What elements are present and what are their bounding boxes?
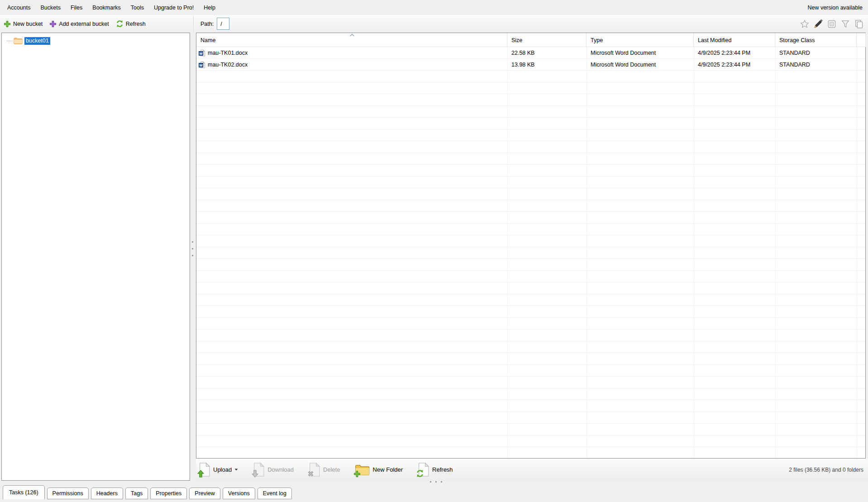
refresh-icon xyxy=(116,20,124,28)
vertical-splitter-grip[interactable] xyxy=(192,241,193,243)
tab-properties[interactable]: Properties xyxy=(150,488,187,499)
path-label: Path: xyxy=(200,21,214,27)
add-external-bucket-button[interactable]: Add external bucket xyxy=(49,20,109,28)
svg-text:W: W xyxy=(199,63,203,67)
bucket-toolbar: New bucket Add external bucket Refresh xyxy=(0,15,868,33)
svg-text:W: W xyxy=(199,52,203,56)
table-row[interactable]: W mau-TK01.docx22.58 KBMicrosoft Word Do… xyxy=(196,47,865,59)
menu-item-help[interactable]: Help xyxy=(199,2,220,13)
file-name-text: mau-TK02.docx xyxy=(208,59,248,71)
green-plus-icon xyxy=(4,20,11,28)
upload-dropdown-caret[interactable] xyxy=(234,469,238,471)
delete-icon xyxy=(308,463,320,477)
new-folder-icon xyxy=(355,463,370,477)
menu-item-buckets[interactable]: Buckets xyxy=(35,2,65,13)
cell-storage_class: STANDARD xyxy=(775,47,857,59)
column-grid-line xyxy=(857,47,857,458)
menu-item-bookmarks[interactable]: Bookmarks xyxy=(87,2,126,13)
tab-versions[interactable]: Versions xyxy=(223,488,255,499)
tab-permissions[interactable]: Permissions xyxy=(47,488,89,499)
buckets-tree-panel: bucket01 xyxy=(1,33,190,481)
menu-item-files[interactable]: Files xyxy=(66,2,87,13)
download-button[interactable]: Download xyxy=(253,463,294,477)
s3-browser-window: AccountsBucketsFilesBookmarksToolsUpgrad… xyxy=(0,0,868,502)
file-actions-toolbar: Upload Download Delete New Folder xyxy=(196,459,868,481)
selection-summary: 2 files (36.56 KB) and 0 folders xyxy=(789,459,863,481)
delete-button[interactable]: Delete xyxy=(308,463,340,477)
edit-pencil-icon[interactable] xyxy=(814,19,823,29)
file-list-panel: NameSizeTypeLast ModifiedStorage Class W… xyxy=(196,33,866,459)
menu-item-upgrade-to-pro[interactable]: Upgrade to Pro! xyxy=(149,2,199,13)
path-input[interactable] xyxy=(217,18,229,30)
word-document-icon: W xyxy=(199,49,206,57)
copy-pages-icon[interactable] xyxy=(854,19,863,29)
menu-item-tools[interactable]: Tools xyxy=(126,2,149,13)
file-list-body: W mau-TK01.docx22.58 KBMicrosoft Word Do… xyxy=(196,47,865,458)
purple-plus-icon xyxy=(49,20,57,28)
favorites-star-icon[interactable] xyxy=(800,19,809,29)
tab-tasks-126[interactable]: Tasks (126) xyxy=(3,485,45,499)
tab-tags[interactable]: Tags xyxy=(125,488,148,499)
refresh-files-button[interactable]: Refresh xyxy=(417,463,453,477)
new-folder-button[interactable]: New Folder xyxy=(355,463,403,477)
upload-icon xyxy=(198,463,210,477)
select-rectangle-icon[interactable] xyxy=(827,19,836,29)
column-header-storage_class[interactable]: Storage Class xyxy=(775,33,857,47)
toolbar-separator xyxy=(193,16,194,32)
file-name-text: mau-TK01.docx xyxy=(208,47,248,59)
horizontal-splitter-grip[interactable] xyxy=(430,481,431,483)
table-row[interactable]: W mau-TK02.docx13.98 KBMicrosoft Word Do… xyxy=(196,59,865,71)
bottom-tab-strip: Tasks (126)PermissionsHeadersTagsPropert… xyxy=(0,485,868,502)
menu-items: AccountsBucketsFilesBookmarksToolsUpgrad… xyxy=(2,5,220,11)
filter-funnel-icon[interactable] xyxy=(841,19,850,29)
upload-button[interactable]: Upload xyxy=(198,463,238,477)
refresh-files-icon xyxy=(417,463,429,477)
column-grid-line xyxy=(507,47,508,458)
cell-last_modified: 4/9/2025 2:23:44 PM xyxy=(694,59,775,71)
column-header-last_modified[interactable]: Last Modified xyxy=(694,33,775,47)
cell-size: 22.58 KB xyxy=(507,47,587,59)
tab-headers[interactable]: Headers xyxy=(91,488,123,499)
tab-preview[interactable]: Preview xyxy=(189,488,220,499)
menu-bar: AccountsBucketsFilesBookmarksToolsUpgrad… xyxy=(0,0,868,15)
bucket-folder-icon xyxy=(14,37,23,44)
download-icon xyxy=(253,463,265,477)
file-list-header: NameSizeTypeLast ModifiedStorage Class xyxy=(196,33,865,47)
refresh-buckets-button[interactable]: Refresh xyxy=(116,20,146,28)
new-version-available[interactable]: New version available xyxy=(807,0,863,15)
bucket-name-selected[interactable]: bucket01 xyxy=(24,37,50,45)
cell-last_modified: 4/9/2025 2:23:44 PM xyxy=(694,47,775,59)
new-bucket-button[interactable]: New bucket xyxy=(4,20,43,28)
cell-size: 13.98 KB xyxy=(507,59,587,71)
column-grid-line xyxy=(694,47,694,458)
word-document-icon: W xyxy=(199,61,206,68)
column-header-size[interactable]: Size xyxy=(507,33,587,47)
cell-name: W mau-TK01.docx xyxy=(196,47,507,59)
menu-item-accounts[interactable]: Accounts xyxy=(2,2,35,13)
column-header-name[interactable]: Name xyxy=(196,33,507,47)
cell-type: Microsoft Word Document xyxy=(587,59,694,71)
column-header-blank[interactable] xyxy=(857,33,866,47)
cell-type: Microsoft Word Document xyxy=(587,47,694,59)
column-grid-line xyxy=(775,47,776,458)
tree-branch-line xyxy=(7,41,13,41)
column-header-type[interactable]: Type xyxy=(587,33,694,47)
tab-event-log[interactable]: Event log xyxy=(258,488,292,499)
column-grid-line xyxy=(587,47,587,458)
cell-name: W mau-TK02.docx xyxy=(196,59,507,71)
cell-storage_class: STANDARD xyxy=(775,59,857,71)
tree-item-bucket01[interactable]: bucket01 xyxy=(7,36,50,45)
